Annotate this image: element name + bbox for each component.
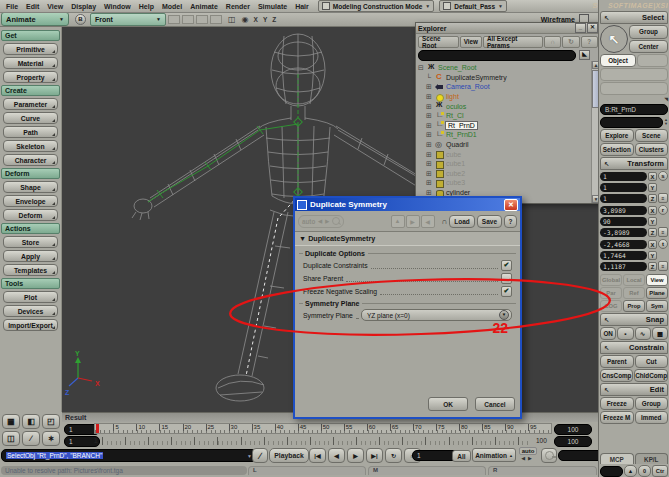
rotate-x-field[interactable]: 3,8989 <box>600 206 647 215</box>
rotate-axis-x[interactable]: X <box>648 206 657 215</box>
selected-object-field[interactable]: B:Rt_PrnD <box>600 104 668 115</box>
immed-button[interactable]: Immed <box>635 411 669 424</box>
memo-cam-slot[interactable] <box>210 15 222 24</box>
translate-axis-x[interactable]: X <box>648 240 657 249</box>
playhead[interactable] <box>96 424 99 433</box>
zero-button[interactable]: 0 <box>638 465 651 477</box>
filter-slot[interactable] <box>600 68 668 81</box>
explorer-title-bar[interactable]: Explorer _ ✕ <box>416 23 600 34</box>
tree-item-rt-prnd[interactable]: ⊞Rt_PrnD <box>418 121 600 131</box>
selection-text-field[interactable] <box>600 117 663 128</box>
tree-item-duplicatesymmetry[interactable]: └DuplicateSymmetry <box>418 73 600 83</box>
expand-toggle-icon[interactable]: ⊞ <box>426 189 433 196</box>
scale-all-button[interactable]: s <box>658 171 668 181</box>
menu-item-file[interactable]: File <box>2 3 22 10</box>
script-editor-button[interactable]: ∕ <box>252 448 268 463</box>
snap-header[interactable]: ↖Snap <box>600 313 668 326</box>
eye-icon[interactable]: ◉ <box>242 15 249 24</box>
expand-toggle-icon[interactable]: ⊞ <box>426 112 433 119</box>
mode-cog-button[interactable]: COG <box>600 300 622 312</box>
sidebar-button-property[interactable]: Property <box>3 71 58 83</box>
snap-curve-button[interactable]: ∿ <box>635 327 651 340</box>
transform-header[interactable]: ↖Transform <box>600 157 668 170</box>
scale-menu-icon[interactable]: ≡ <box>658 193 668 203</box>
cancel-button[interactable]: Cancel <box>475 397 515 411</box>
lock-icon[interactable]: ∩ <box>544 36 561 48</box>
tree-item-rt-cl[interactable]: ⊞Rt_Cl <box>418 111 600 121</box>
scale-x-field[interactable]: 1 <box>600 172 647 181</box>
lock-icon[interactable]: ∩ <box>442 217 448 226</box>
sidebar-button-apply[interactable]: Apply <box>3 250 58 262</box>
center-field[interactable] <box>600 466 623 477</box>
minimize-button[interactable]: _ <box>575 23 586 33</box>
menu-item-render[interactable]: Render <box>222 3 254 10</box>
ctr-button[interactable]: Ctr <box>652 465 668 477</box>
close-button[interactable]: ✕ <box>587 23 598 33</box>
prev-icon[interactable]: ◀ <box>318 218 322 224</box>
sidebar-button-path[interactable]: Path <box>3 126 58 138</box>
rotate-y-field[interactable]: 90 <box>600 217 647 226</box>
rotate-axis-y[interactable]: Y <box>648 217 657 226</box>
load-button[interactable]: Load <box>449 215 475 228</box>
sidebar-button-parameter[interactable]: Parameter <box>3 98 58 110</box>
menu-item-window[interactable]: Window <box>100 3 135 10</box>
snap-grid-button[interactable]: ▦ <box>652 327 668 340</box>
mode-prop-button[interactable]: Prop <box>623 300 645 312</box>
magnifier-icon[interactable] <box>332 217 340 225</box>
sidebar-button-store[interactable]: Store <box>3 236 58 248</box>
sidebar-button-shape[interactable]: Shape <box>3 181 58 193</box>
mode-global-button[interactable]: Global <box>600 274 622 286</box>
tree-item-light[interactable]: ⊞light <box>418 92 600 102</box>
camera-stack-icon[interactable]: ◫ <box>2 431 20 446</box>
mode-sym-button[interactable]: Sym <box>646 300 668 312</box>
tree-item-cube1[interactable]: ⊞cube1 <box>418 159 600 169</box>
translate-y-field[interactable]: 1,7464 <box>600 251 647 260</box>
translate-all-button[interactable]: t <box>658 239 668 249</box>
explore-button[interactable]: Explore <box>600 129 634 142</box>
first-frame-button[interactable]: |◀ <box>309 448 326 463</box>
select-header[interactable]: ↖Select <box>600 11 668 24</box>
viewport-letter-button[interactable]: B <box>75 14 86 25</box>
tree-item-rt-prnd1[interactable]: ⊞Rt_PrnD1 <box>418 130 600 140</box>
expand-toggle-icon[interactable]: ⊞ <box>426 83 433 90</box>
rotate-all-button[interactable]: r <box>658 205 668 215</box>
playback-button[interactable]: Playback <box>269 448 309 463</box>
translate-axis-z[interactable]: Z <box>648 262 657 271</box>
camera-icon[interactable]: ◫ <box>228 15 236 24</box>
scale-y-field[interactable]: 1 <box>600 183 647 192</box>
layout-quad-icon[interactable]: ◰ <box>42 414 60 429</box>
group-button[interactable]: Group <box>635 397 669 410</box>
filter-slot[interactable] <box>600 82 668 95</box>
checkbox-duplicate-constraints[interactable]: ✔ <box>501 260 512 271</box>
dialog-title-bar[interactable]: Duplicate Symmetry ✕ <box>295 198 520 211</box>
mode-view-button[interactable]: View <box>646 274 668 286</box>
tab-mcp[interactable]: MCP <box>600 453 634 464</box>
freeze-button[interactable]: Freeze <box>600 397 634 410</box>
refresh-icon[interactable]: ↻ <box>562 36 579 48</box>
mode-local-button[interactable]: Local <box>623 274 645 286</box>
object-filter-button[interactable]: Object <box>600 54 636 67</box>
group-button[interactable]: Group <box>629 25 668 39</box>
up-arrow-button[interactable]: ▲ <box>624 465 637 477</box>
tree-item-cube[interactable]: ⊞cube <box>418 149 600 159</box>
rotate-menu-icon[interactable]: ≡ <box>658 227 668 237</box>
play-forward-button[interactable]: ▶ <box>347 448 364 463</box>
sidebar-button-deform[interactable]: Deform <box>3 209 58 221</box>
cut-button[interactable]: Cut <box>635 355 669 368</box>
animation-menu-button[interactable]: Animation ▲ <box>472 448 516 462</box>
construction-mode-combo[interactable]: Modeling Construction Mode ▼ <box>318 0 435 12</box>
menu-item-simulate[interactable]: Simulate <box>254 3 291 10</box>
layout-grid-icon[interactable]: ▦ <box>2 414 20 429</box>
rotate-axis-z[interactable]: Z <box>648 228 657 237</box>
auto-update-group[interactable]: auto ◀ ▶ <box>298 215 344 228</box>
rotate-z-field[interactable]: -3,8989 <box>600 228 647 237</box>
key-button[interactable] <box>541 448 557 463</box>
axis-letter-z[interactable]: Z <box>272 16 276 23</box>
scale-z-field[interactable]: 1 <box>600 194 647 203</box>
snap-on-button[interactable]: ON <box>600 327 616 340</box>
clusters-button[interactable]: Clusters <box>635 143 669 156</box>
tree-item-quadril[interactable]: ⊞Quadril <box>418 140 600 150</box>
sidebar-button-envelope[interactable]: Envelope <box>3 195 58 207</box>
explorer-toolbar-scene-root[interactable]: Scene Root <box>418 36 459 48</box>
close-icon[interactable]: ✕ <box>504 199 518 211</box>
